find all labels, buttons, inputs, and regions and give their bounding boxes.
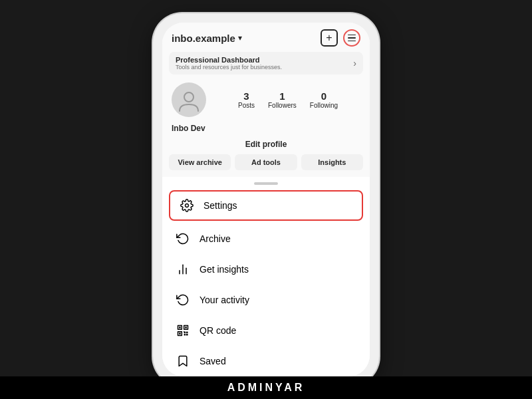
add-post-icon[interactable]: +: [321, 29, 338, 47]
hamburger-menu-icon[interactable]: [343, 29, 360, 47]
username-row: inbo.example ▾: [172, 33, 242, 44]
svg-point-1: [186, 204, 189, 207]
bottom-bar: ADMINYAR: [0, 376, 532, 399]
phone-inner: inbo.example ▾ + Professio: [162, 23, 370, 376]
profile-header: inbo.example ▾ +: [162, 23, 370, 49]
archive-icon: [176, 231, 190, 246]
profile-username[interactable]: inbo.example: [172, 33, 235, 44]
followers-stat[interactable]: 1 Followers: [268, 90, 297, 109]
qr-code-label: QR code: [200, 325, 236, 336]
insights-button[interactable]: Insights: [301, 154, 363, 170]
get-insights-icon: [176, 262, 190, 277]
drag-bar: [254, 182, 278, 185]
profile-stats-row: 3 Posts 1 Followers 0 Following: [162, 77, 370, 122]
get-insights-menu-item[interactable]: Get insights: [162, 254, 370, 285]
dashboard-subtitle: Tools and resources just for businesses.: [176, 64, 282, 70]
svg-rect-15: [186, 332, 188, 334]
qr-code-menu-item[interactable]: QR code: [162, 315, 370, 346]
posts-label: Posts: [238, 102, 255, 109]
qr-code-icon: [176, 323, 190, 338]
profile-name: Inbo Dev: [162, 122, 370, 137]
ad-tools-button[interactable]: Ad tools: [235, 154, 297, 170]
edit-profile-label[interactable]: Edit profile: [245, 140, 287, 149]
followers-count: 1: [279, 90, 285, 102]
your-activity-menu-item[interactable]: Your activity: [162, 285, 370, 315]
saved-icon: [176, 354, 190, 368]
phone-frame: inbo.example ▾ + Professio: [153, 13, 379, 386]
svg-rect-14: [184, 334, 186, 336]
avatar: [172, 82, 206, 117]
header-icons: +: [321, 29, 360, 47]
svg-rect-10: [179, 332, 181, 334]
posts-stat: 3 Posts: [238, 90, 255, 109]
following-count: 0: [321, 90, 327, 102]
dashboard-arrow-icon: ›: [353, 58, 356, 68]
menu-section: Settings Archive: [162, 188, 370, 376]
dashboard-title: Professional Dashboard: [176, 56, 282, 64]
action-buttons-row: View archive Ad tools Insights: [162, 154, 370, 177]
saved-menu-item[interactable]: Saved: [162, 346, 370, 376]
following-label: Following: [310, 102, 338, 109]
profile-section: inbo.example ▾ + Professio: [162, 23, 370, 177]
edit-profile-section: Edit profile: [162, 137, 370, 154]
svg-rect-8: [179, 327, 181, 329]
saved-label: Saved: [200, 356, 226, 366]
svg-rect-9: [185, 327, 187, 329]
archive-label: Archive: [200, 233, 231, 244]
posts-count: 3: [243, 90, 249, 102]
view-archive-button[interactable]: View archive: [169, 154, 231, 170]
professional-dashboard[interactable]: Professional Dashboard Tools and resourc…: [169, 52, 363, 74]
svg-rect-13: [186, 334, 188, 336]
settings-icon: [180, 198, 194, 213]
following-stat[interactable]: 0 Following: [310, 90, 338, 109]
your-activity-label: Your activity: [200, 295, 249, 305]
drag-handle: [162, 177, 370, 188]
svg-point-0: [184, 92, 194, 102]
followers-label: Followers: [268, 102, 297, 109]
svg-rect-12: [184, 332, 186, 334]
settings-label: Settings: [203, 200, 237, 211]
settings-menu-item[interactable]: Settings: [169, 190, 363, 221]
your-activity-icon: [176, 293, 190, 307]
chevron-down-icon: ▾: [238, 33, 242, 43]
bottom-bar-label: ADMINYAR: [227, 382, 305, 393]
stats-group: 3 Posts 1 Followers 0 Following: [215, 90, 360, 109]
archive-menu-item[interactable]: Archive: [162, 223, 370, 254]
get-insights-label: Get insights: [200, 264, 249, 275]
